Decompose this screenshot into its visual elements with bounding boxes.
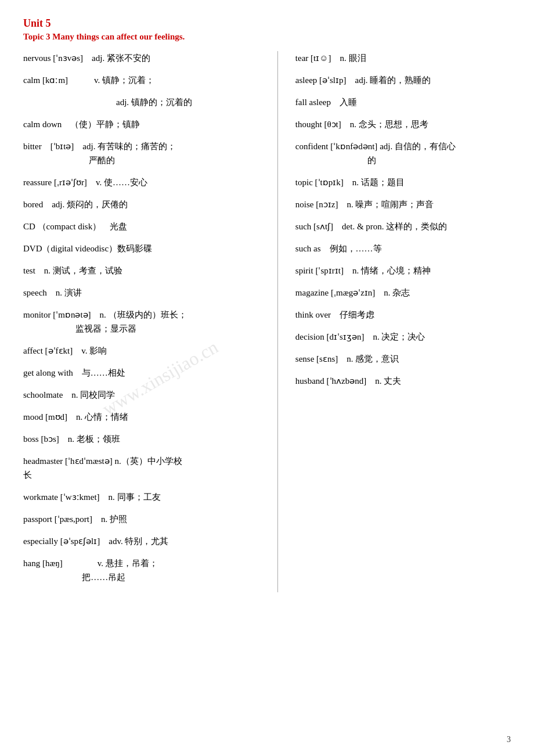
- left-entry-4: bitter [ˈbɪtə] adj. 有苦味的；痛苦的； 严酷的: [23, 139, 266, 167]
- right-entry-1: asleep [əˈslɪp] adj. 睡着的，熟睡的: [295, 73, 511, 87]
- left-entry-0: nervous [ˈnɜvəs] adj. 紧张不安的: [23, 51, 266, 65]
- right-entry-14: husband [ˈhʌzbənd] n. 丈夫: [295, 374, 511, 388]
- left-entry-17: headmaster [ˈhɛdˈmæstə] n.（英）中小学校长: [23, 454, 266, 482]
- right-entry-12: decision [dɪˈsɪʒən] n. 决定；决心: [295, 330, 511, 344]
- left-entry-5: reassure [ˌrɪəˈʃʊr] v. 使……安心: [23, 175, 266, 189]
- left-entry-12: affect [əˈfɛkt] v. 影响: [23, 344, 266, 358]
- right-entry-2: fall asleep 入睡: [295, 95, 511, 109]
- left-entry-20: especially [əˈspɛʃəlɪ] adv. 特别，尤其: [23, 534, 266, 548]
- unit-title: Unit 5: [23, 17, 511, 30]
- left-entry-3: calm down （使）平静；镇静: [23, 117, 266, 131]
- left-entry-9: test n. 测试，考查，试验: [23, 264, 266, 278]
- left-entry-7: CD （compact disk） 光盘: [23, 219, 266, 233]
- right-entry-6: noise [nɔɪz] n. 噪声；喧闹声；声音: [295, 197, 511, 211]
- left-entry-15: mood [mʊd] n. 心情；情绪: [23, 410, 266, 424]
- page-number: 3: [507, 735, 511, 744]
- left-entry-18: workmate [ˈwɜːkmet] n. 同事；工友: [23, 490, 266, 504]
- left-entry-2: adj. 镇静的；沉着的: [23, 95, 266, 109]
- right-entry-9: spirit [ˈspɪrɪt] n. 情绪，心境；精神: [295, 264, 511, 278]
- right-entry-11: think over 仔细考虑: [295, 308, 511, 322]
- left-entry-1: calm [kɑːm] v. 镇静；沉着；: [23, 73, 266, 87]
- left-entry-8: DVD（digital videodisc）数码影碟: [23, 242, 266, 255]
- right-entry-7: such [sʌtʃ] det. & pron. 这样的，类似的: [295, 219, 511, 233]
- right-entry-8: such as 例如，……等: [295, 242, 511, 255]
- right-entry-13: sense [sɛns] n. 感觉，意识: [295, 352, 511, 366]
- left-entry-10: speech n. 演讲: [23, 286, 266, 300]
- right-entry-10: magazine [ˌmægəˈzɪn] n. 杂志: [295, 286, 511, 300]
- right-entry-5: topic [ˈtɒpɪk] n. 话题；题目: [295, 175, 511, 189]
- left-entry-6: bored adj. 烦闷的，厌倦的: [23, 197, 266, 211]
- right-column: tear [tɪ☺] n. 眼泪asleep [əˈslɪp] adj. 睡着的…: [278, 51, 511, 592]
- left-entry-19: passport [ˈpæs,port] n. 护照: [23, 512, 266, 526]
- left-column: nervous [ˈnɜvəs] adj. 紧张不安的calm [kɑːm] v…: [23, 51, 278, 592]
- topic-title: Topic 3 Many things can affect our feeli…: [23, 32, 511, 42]
- left-entry-14: schoolmate n. 同校同学: [23, 388, 266, 402]
- right-entry-3: thought [θɔt] n. 念头；思想，思考: [295, 117, 511, 131]
- left-entry-11: monitor [ˈmɒnətə] n. （班级内的）班长； 监视器；显示器: [23, 308, 266, 336]
- left-entry-21: hang [hæŋ] v. 悬挂，吊着； 把……吊起: [23, 556, 266, 584]
- left-entry-13: get along with 与……相处: [23, 366, 266, 380]
- right-entry-0: tear [tɪ☺] n. 眼泪: [295, 51, 511, 65]
- right-entry-4: confident [ˈkɒnfədənt] adj. 自信的，有信心 的: [295, 139, 511, 167]
- left-entry-16: boss [bɔs] n. 老板；领班: [23, 432, 266, 446]
